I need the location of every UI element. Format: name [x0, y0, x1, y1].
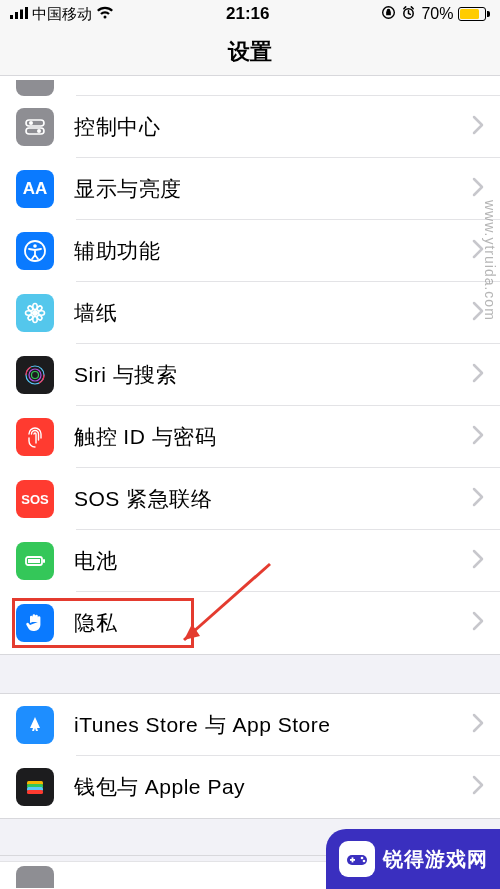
chevron-right-icon [472, 177, 484, 201]
battery-row-icon [16, 542, 54, 580]
row-battery[interactable]: 电池 [0, 530, 500, 592]
watermark-text: www.ytruida.com [482, 200, 498, 321]
svg-point-7 [29, 121, 33, 125]
row-label: 电池 [74, 547, 472, 575]
svg-point-24 [32, 372, 39, 379]
unknown-icon [16, 866, 54, 888]
app-store-icon [16, 706, 54, 744]
chevron-right-icon [472, 549, 484, 573]
row-partial-bottom[interactable] [0, 861, 326, 889]
carrier-label: 中国移动 [32, 5, 92, 24]
row-wallpaper[interactable]: 墙纸 [0, 282, 500, 344]
battery-fill [460, 9, 478, 19]
settings-group-2: iTunes Store 与 App Store 钱包与 Apple Pay [0, 694, 500, 818]
settings-group-1: 控制中心 AA 显示与亮度 辅助功能 墙纸 [0, 76, 500, 654]
row-general[interactable] [0, 76, 500, 96]
row-itunes-app-store[interactable]: iTunes Store 与 App Store [0, 694, 500, 756]
row-label: iTunes Store 与 App Store [74, 711, 472, 739]
row-label: SOS 紧急联络 [74, 485, 472, 513]
svg-point-23 [29, 369, 41, 381]
svg-rect-1 [15, 12, 18, 19]
brand-badge: 锐得游戏网 [326, 829, 500, 889]
wifi-icon [96, 5, 114, 23]
row-display-brightness[interactable]: AA 显示与亮度 [0, 158, 500, 220]
group-separator [0, 654, 500, 694]
row-label: 墙纸 [74, 299, 472, 327]
svg-rect-38 [351, 857, 353, 862]
row-label: 触控 ID 与密码 [74, 423, 472, 451]
svg-rect-26 [28, 559, 40, 563]
status-right: 70% [381, 5, 490, 24]
chevron-right-icon [472, 115, 484, 139]
fingerprint-icon [16, 418, 54, 456]
accessibility-icon [16, 232, 54, 270]
row-label: 显示与亮度 [74, 175, 472, 203]
settings-screen: 中国移动 21:16 70% 设置 [0, 0, 500, 889]
row-touch-id-passcode[interactable]: 触控 ID 与密码 [0, 406, 500, 468]
orientation-lock-icon [381, 5, 396, 24]
row-label: Siri 与搜索 [74, 361, 472, 389]
svg-rect-2 [20, 10, 23, 20]
wallet-icon [16, 768, 54, 806]
chevron-right-icon [472, 363, 484, 387]
row-siri-search[interactable]: Siri 与搜索 [0, 344, 500, 406]
cellular-signal-icon [10, 5, 28, 23]
svg-rect-27 [43, 559, 45, 563]
toggles-icon [16, 108, 54, 146]
alarm-icon [401, 5, 416, 24]
flower-icon [16, 294, 54, 332]
row-label: 辅助功能 [74, 237, 472, 265]
hand-privacy-icon [16, 604, 54, 642]
svg-point-36 [362, 860, 365, 863]
gear-icon [16, 80, 54, 96]
svg-rect-31 [27, 790, 43, 794]
row-privacy[interactable]: 隐私 [0, 592, 500, 654]
brand-text: 锐得游戏网 [383, 846, 488, 873]
chevron-right-icon [472, 425, 484, 449]
svg-point-12 [32, 310, 38, 316]
svg-point-35 [360, 857, 363, 860]
chevron-right-icon [472, 487, 484, 511]
status-time: 21:16 [226, 4, 269, 24]
chevron-right-icon [472, 611, 484, 635]
status-bar: 中国移动 21:16 70% [0, 0, 500, 28]
siri-icon [16, 356, 54, 394]
row-accessibility[interactable]: 辅助功能 [0, 220, 500, 282]
text-size-icon: AA [16, 170, 54, 208]
row-label: 控制中心 [74, 113, 472, 141]
gamepad-icon [339, 841, 375, 877]
row-wallet-apple-pay[interactable]: 钱包与 Apple Pay [0, 756, 500, 818]
chevron-right-icon [472, 775, 484, 799]
svg-rect-3 [25, 7, 28, 19]
row-label: 钱包与 Apple Pay [74, 773, 472, 801]
svg-rect-6 [26, 120, 44, 126]
chevron-right-icon [472, 713, 484, 737]
battery-percent: 70% [421, 5, 453, 23]
svg-point-9 [37, 129, 41, 133]
status-left: 中国移动 [10, 5, 114, 24]
sos-icon: SOS [16, 480, 54, 518]
row-emergency-sos[interactable]: SOS SOS 紧急联络 [0, 468, 500, 530]
svg-point-11 [33, 244, 37, 248]
row-label: 隐私 [74, 609, 472, 637]
svg-rect-8 [26, 128, 44, 134]
nav-title: 设置 [0, 28, 500, 76]
svg-rect-0 [10, 15, 13, 19]
battery-icon [458, 7, 490, 21]
row-control-center[interactable]: 控制中心 [0, 96, 500, 158]
